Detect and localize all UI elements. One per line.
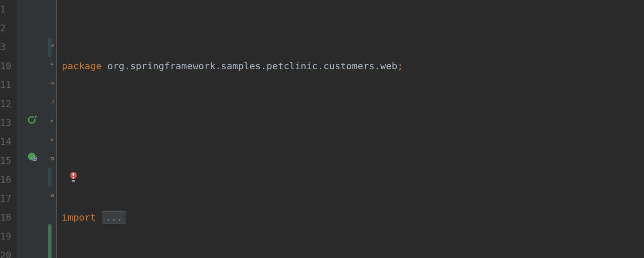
keyword: package: [62, 57, 102, 76]
run-circle-icon: [27, 115, 38, 125]
line-number[interactable]: 12: [0, 95, 15, 114]
line-number[interactable]: 18: [0, 208, 15, 227]
vcs-change-marker[interactable]: [48, 168, 52, 187]
line-number[interactable]: 2: [0, 19, 15, 38]
line-number[interactable]: 15: [0, 151, 15, 170]
code-line[interactable]: import ...: [62, 208, 644, 227]
text: org.springframework.samples.petclinic.cu…: [102, 57, 398, 76]
line-number-gutter[interactable]: 1 2 3 10 11 12 13 14 15 16 17 18 19 20: [0, 0, 17, 258]
line-number[interactable]: 1: [0, 0, 15, 19]
code-line[interactable]: package org.springframework.samples.petc…: [62, 57, 644, 76]
gutter-icon-run-class[interactable]: [27, 111, 38, 129]
folded-region[interactable]: ...: [102, 211, 127, 224]
globe-endpoint-icon: [27, 151, 38, 162]
code-editor[interactable]: 1 2 3 10 11 12 13 14 15 16 17 18 19 20: [0, 0, 644, 258]
line-number[interactable]: 3: [0, 38, 15, 57]
line-number[interactable]: 14: [0, 132, 15, 151]
icon-gutter: [17, 0, 48, 258]
fold-toggle-icon[interactable]: ⊟: [49, 92, 55, 111]
line-number[interactable]: 10: [0, 57, 15, 76]
fold-collapse-icon[interactable]: ▶: [51, 111, 54, 130]
svg-rect-8: [73, 177, 74, 178]
vcs-change-marker[interactable]: [48, 38, 52, 57]
svg-rect-7: [73, 173, 74, 176]
line-number[interactable]: 13: [0, 114, 15, 132]
line-number[interactable]: 16: [0, 170, 15, 189]
svg-rect-10: [72, 181, 75, 182]
line-number[interactable]: 19: [0, 227, 15, 246]
vcs-added-marker[interactable]: [48, 224, 52, 258]
intention-bulb-icon[interactable]: [69, 171, 78, 190]
line-number[interactable]: 11: [0, 76, 15, 95]
fold-toggle-icon[interactable]: ⊟: [49, 74, 55, 92]
fold-collapse-icon[interactable]: ▶: [51, 55, 54, 74]
fold-toggle-icon[interactable]: ⊟: [49, 186, 55, 205]
code-area[interactable]: package org.springframework.samples.petc…: [57, 0, 644, 258]
keyword: import: [62, 208, 96, 227]
svg-rect-9: [72, 180, 75, 181]
fold-collapse-icon[interactable]: ▶: [51, 130, 54, 149]
gutter-icon-endpoint[interactable]: [27, 147, 38, 166]
line-number[interactable]: 20: [0, 246, 15, 258]
line-number[interactable]: 17: [0, 189, 15, 208]
semicolon: ;: [397, 57, 403, 76]
code-line[interactable]: [62, 132, 644, 151]
fold-toggle-icon[interactable]: ⊟: [49, 149, 55, 168]
